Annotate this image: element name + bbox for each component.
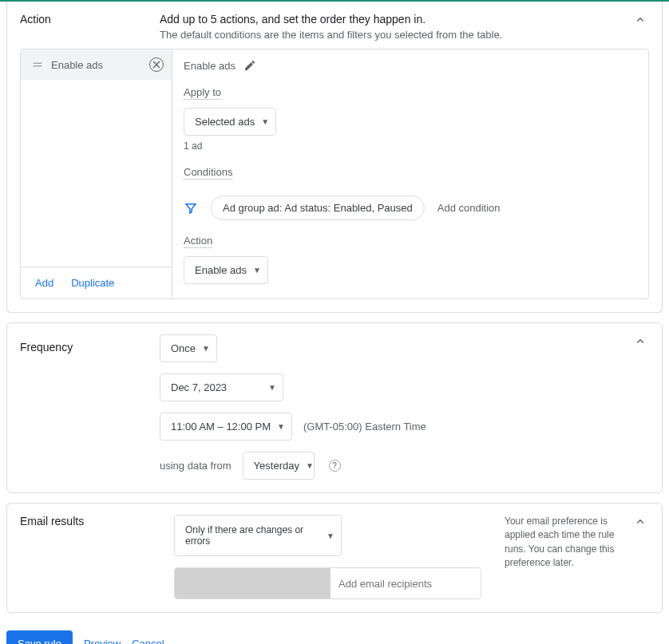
help-icon[interactable]: ?: [329, 460, 341, 472]
action-inner-frame: Enable ads Add Duplicate Enable ads Appl…: [20, 49, 649, 299]
add-action-button[interactable]: Add: [35, 277, 53, 289]
action-type-dropdown[interactable]: Enable ads ▼: [184, 256, 268, 284]
duplicate-action-button[interactable]: Duplicate: [71, 277, 114, 289]
drag-handle-icon[interactable]: [32, 59, 43, 70]
action-title: Add up to 5 actions, and set the order t…: [160, 13, 649, 26]
frequency-time-value: 11:00 AM – 12:00 PM: [171, 421, 271, 433]
email-recipients-box: [174, 567, 481, 599]
action-header: Action Add up to 5 actions, and set the …: [7, 2, 662, 49]
timezone-label: (GMT-05:00) Eastern Time: [303, 421, 426, 433]
email-panel: Email results Only if there are changes …: [6, 503, 663, 613]
apply-to-hint: 1 ad: [184, 140, 637, 152]
dropdown-arrow-icon: ▼: [277, 422, 285, 431]
action-type-block: Action Enable ads ▼: [184, 235, 637, 284]
email-recipient-chip[interactable]: [175, 568, 331, 599]
action-list-item[interactable]: Enable ads: [21, 49, 172, 80]
action-type-label: Action: [184, 235, 212, 248]
dropdown-arrow-icon: ▼: [327, 531, 334, 540]
remove-action-button[interactable]: [149, 57, 164, 72]
add-condition-button[interactable]: Add condition: [437, 202, 501, 214]
frequency-date-value: Dec 7, 2023: [171, 381, 227, 393]
email-note: Your email preference is applied each ti…: [505, 515, 649, 599]
dropdown-arrow-icon: ▼: [261, 117, 269, 126]
cancel-button[interactable]: Cancel: [132, 638, 164, 644]
data-from-value: Yesterday: [254, 460, 299, 472]
frequency-time-dropdown[interactable]: 11:00 AM – 12:00 PM ▼: [160, 413, 292, 441]
email-recipients-input[interactable]: [331, 568, 481, 599]
apply-to-label: Apply to: [184, 86, 221, 100]
frequency-date-dropdown[interactable]: Dec 7, 2023 ▼: [160, 373, 283, 401]
email-section-label: Email results: [20, 515, 163, 527]
action-detail: Enable ads Apply to Selected ads ▼ 1 ad …: [172, 49, 648, 298]
action-list: Enable ads Add Duplicate: [21, 49, 172, 298]
edit-action-name-button[interactable]: [243, 59, 256, 72]
action-subtitle: The default conditions are the items and…: [160, 29, 649, 41]
collapse-action-button[interactable]: [633, 13, 647, 27]
dropdown-arrow-icon: ▼: [306, 461, 314, 470]
dropdown-arrow-icon: ▼: [268, 383, 276, 392]
apply-to-value: Selected ads: [195, 116, 255, 128]
preview-button[interactable]: Preview: [84, 638, 121, 644]
email-pref-value: Only if there are changes or errors: [185, 524, 320, 547]
action-list-footer: Add Duplicate: [21, 267, 172, 298]
frequency-repeat-dropdown[interactable]: Once ▼: [160, 334, 217, 362]
dropdown-arrow-icon: ▼: [253, 266, 261, 275]
email-pref-dropdown[interactable]: Only if there are changes or errors ▼: [174, 515, 342, 556]
dropdown-arrow-icon: ▼: [202, 344, 210, 353]
data-from-dropdown[interactable]: Yesterday ▼: [243, 452, 315, 480]
action-section-label: Action: [20, 13, 160, 26]
apply-to-block: Apply to Selected ads ▼ 1 ad: [184, 86, 637, 152]
filter-icon: [184, 201, 198, 215]
condition-chip[interactable]: Ad group ad: Ad status: Enabled, Paused: [211, 196, 425, 220]
conditions-label: Conditions: [184, 166, 232, 180]
action-detail-title: Enable ads: [184, 60, 236, 72]
frequency-repeat-value: Once: [171, 342, 196, 354]
frequency-panel: Frequency Once ▼ Dec 7, 2023 ▼ 11:00 AM …: [6, 322, 663, 493]
action-type-value: Enable ads: [195, 264, 247, 276]
save-rule-button[interactable]: Save rule: [6, 630, 73, 644]
frequency-section-label: Frequency: [20, 334, 160, 354]
footer: Save rule Preview Cancel: [0, 622, 669, 644]
frequency-header: Frequency Once ▼ Dec 7, 2023 ▼ 11:00 AM …: [7, 323, 662, 483]
conditions-block: Conditions Ad group ad: Ad status: Enabl…: [184, 166, 637, 220]
collapse-frequency-button[interactable]: [633, 334, 647, 349]
action-item-label: Enable ads: [51, 59, 141, 71]
action-panel: Action Add up to 5 actions, and set the …: [6, 2, 663, 313]
apply-to-dropdown[interactable]: Selected ads ▼: [184, 108, 276, 136]
action-list-spacer: [21, 80, 172, 267]
using-data-from-label: using data from: [160, 460, 232, 472]
collapse-email-button[interactable]: [633, 515, 647, 529]
